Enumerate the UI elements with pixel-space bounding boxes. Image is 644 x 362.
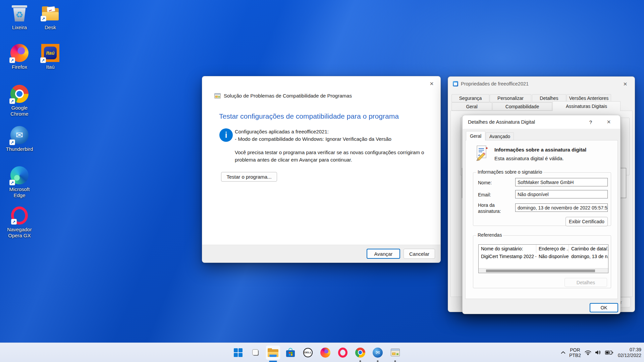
col-header-signer-name[interactable]: Nome do signatário: bbox=[479, 245, 536, 253]
close-button[interactable]: ✕ bbox=[620, 79, 631, 89]
microsoft-store-button[interactable] bbox=[283, 345, 298, 360]
col-header-timestamp[interactable]: Carimbo de data/. bbox=[569, 245, 608, 253]
desktop-icon-label: Lixeira bbox=[12, 24, 27, 31]
dell-button[interactable]: DELL bbox=[301, 345, 315, 360]
cell-timestamp: domingo, 13 de n. bbox=[569, 253, 608, 260]
geral-tab-page: Informações sobre a assinatura digital E… bbox=[465, 140, 618, 299]
hidden-icons-chevron-icon[interactable] bbox=[561, 351, 566, 354]
windows-logo-icon bbox=[234, 348, 243, 357]
close-icon: ✕ bbox=[607, 119, 611, 125]
desktop-icon-label: Microsoft Edge bbox=[3, 186, 36, 198]
clock[interactable]: 07:39 02/12/2022 bbox=[618, 347, 641, 358]
help-icon: ? bbox=[589, 119, 592, 125]
signing-time-field[interactable]: domingo, 13 de novembro de 2022 05:57:51 bbox=[515, 203, 608, 212]
opera-gx-button[interactable] bbox=[335, 345, 350, 360]
close-button[interactable]: ✕ bbox=[603, 117, 614, 127]
chrome-icon bbox=[355, 348, 365, 358]
thunderbird-icon: ✉ bbox=[373, 348, 383, 358]
opera-gx-icon bbox=[338, 348, 347, 358]
scrollbar-thumb[interactable] bbox=[486, 269, 595, 272]
window-title: Detalhes de Assinatura Digital bbox=[468, 119, 535, 125]
name-label: Nome: bbox=[478, 180, 492, 186]
cell-signer-name: DigiCert Timestamp 2022 - 2 bbox=[479, 253, 536, 260]
recycle-bin-icon: ♻ bbox=[10, 4, 29, 23]
compatibility-troubleshooter-icon bbox=[391, 349, 400, 356]
email-field[interactable]: Não disponível bbox=[515, 190, 608, 198]
countersignatures-table[interactable]: Nome do signatário: Endereço de ... Cari… bbox=[478, 244, 608, 273]
running-app-indicator bbox=[377, 360, 379, 362]
running-app-indicator bbox=[394, 360, 396, 362]
language-indicator[interactable]: POR PTB2 bbox=[569, 347, 581, 358]
window-title: Propriedades de freeoffice2021 bbox=[461, 81, 529, 86]
info-icon: i bbox=[219, 128, 233, 142]
name-field[interactable]: SoftMaker Software GmbH bbox=[515, 178, 608, 186]
desktop-icon-label: Google Chrome bbox=[3, 105, 36, 117]
signer-info-group: Informações sobre o signatário Nome: Sof… bbox=[473, 172, 611, 226]
help-button[interactable]: ? bbox=[585, 117, 596, 127]
envelope-glyph: ✉ bbox=[376, 350, 380, 356]
tab-avancado[interactable]: Avançado bbox=[486, 132, 514, 140]
start-button[interactable] bbox=[231, 345, 246, 360]
folder-icon: ↗ bbox=[41, 4, 60, 23]
signing-time-label: Hora da assinatura: bbox=[478, 202, 510, 214]
active-window-indicator bbox=[269, 361, 277, 362]
desktop-icon-desk[interactable]: ↗ Desk bbox=[34, 4, 66, 31]
details-button[interactable]: Detalhes bbox=[565, 278, 607, 287]
troubleshooter-window-icon bbox=[214, 93, 221, 99]
countersignatures-group: Referendas Nome do signatário: Endereço … bbox=[473, 235, 611, 288]
desktop-icon-edge[interactable]: ↗ Microsoft Edge bbox=[3, 166, 36, 198]
desktop-icon-chrome[interactable]: ↗ Google Chrome bbox=[3, 84, 36, 117]
shortcut-arrow-icon: ↗ bbox=[9, 180, 15, 185]
firefox-button[interactable] bbox=[318, 345, 333, 360]
language-line1: POR bbox=[569, 347, 581, 353]
date: 02/12/2022 bbox=[618, 353, 641, 358]
file-explorer-button[interactable] bbox=[266, 345, 280, 360]
desktop: ♻ Lixeira ↗ Desk ↗ Firefox Itaú ↗ Itaú ↗ bbox=[0, 0, 644, 362]
shortcut-arrow-icon: ↗ bbox=[9, 139, 15, 145]
volume-icon[interactable] bbox=[595, 350, 601, 355]
thunderbird-button[interactable]: ✉ bbox=[370, 345, 385, 360]
applied-settings-line1: Configurações aplicadas a freeoffice2021… bbox=[235, 128, 391, 135]
window-header: Solução de Problemas de Compatibilidade … bbox=[214, 93, 352, 99]
battery-charging-icon[interactable] bbox=[605, 350, 613, 355]
ok-button[interactable]: OK bbox=[590, 303, 618, 312]
firefox-icon bbox=[320, 348, 330, 358]
tab-geral[interactable]: Geral bbox=[451, 102, 492, 111]
desktop-icon-itau[interactable]: Itaú ↗ Itaú bbox=[34, 44, 66, 70]
tab-personalizar[interactable]: Personalizar bbox=[490, 94, 531, 102]
signature-details-dialog: Detalhes de Assinatura Digital ? ✕ Geral… bbox=[462, 115, 621, 314]
page-title: Testar configurações de compatibilidade … bbox=[219, 112, 399, 120]
close-button[interactable]: ✕ bbox=[426, 79, 437, 88]
signature-info-title: Informações sobre a assinatura digital bbox=[494, 147, 586, 153]
tab-geral[interactable]: Geral bbox=[466, 131, 485, 140]
col-header-email[interactable]: Endereço de ... bbox=[536, 245, 569, 253]
tab-seguranca[interactable]: Segurança bbox=[451, 94, 489, 102]
table-row[interactable]: DigiCert Timestamp 2022 - 2 Não disponív… bbox=[479, 253, 608, 260]
close-icon: ✕ bbox=[623, 81, 628, 87]
compatibility-troubleshooter-button[interactable] bbox=[388, 345, 402, 360]
next-button[interactable]: Avançar bbox=[367, 249, 400, 259]
troubleshooter-window: ✕ Solução de Problemas de Compatibilidad… bbox=[202, 76, 441, 263]
tab-compatibilidade[interactable]: Compatibilidade bbox=[492, 102, 552, 111]
view-certificate-button[interactable]: Exibir Certificado bbox=[566, 217, 608, 226]
chrome-button[interactable] bbox=[353, 345, 368, 360]
desktop-icon-label: Desk bbox=[45, 24, 56, 31]
desktop-icon-firefox[interactable]: ↗ Firefox bbox=[3, 44, 36, 70]
wifi-icon[interactable] bbox=[585, 350, 591, 355]
language-line2: PTB2 bbox=[569, 353, 581, 358]
shortcut-arrow-icon: ↗ bbox=[40, 57, 46, 63]
horizontal-scrollbar[interactable] bbox=[479, 268, 608, 273]
cancel-button[interactable]: Cancelar bbox=[404, 249, 435, 259]
desktop-icon-thunderbird[interactable]: ✉ ↗ Thunderbird bbox=[3, 126, 36, 152]
tab-assinaturas-digitais[interactable]: Assinaturas Digitais bbox=[552, 101, 621, 111]
running-app-indicator bbox=[360, 360, 361, 362]
task-view-button[interactable] bbox=[248, 345, 263, 360]
opera-gx-icon: ↗ bbox=[10, 206, 29, 225]
shortcut-arrow-icon: ↗ bbox=[9, 57, 15, 63]
table-header-row: Nome do signatário: Endereço de ... Cari… bbox=[479, 245, 608, 253]
desktop-icon-recycle-bin[interactable]: ♻ Lixeira bbox=[3, 4, 36, 31]
test-program-button[interactable]: Testar o programa... bbox=[221, 172, 277, 182]
desktop-icon-opera-gx[interactable]: ↗ Navegador Opera GX bbox=[3, 206, 36, 239]
applied-settings-text: Configurações aplicadas a freeoffice2021… bbox=[235, 128, 391, 143]
desktop-icon-label: Thunderbird bbox=[6, 146, 33, 152]
